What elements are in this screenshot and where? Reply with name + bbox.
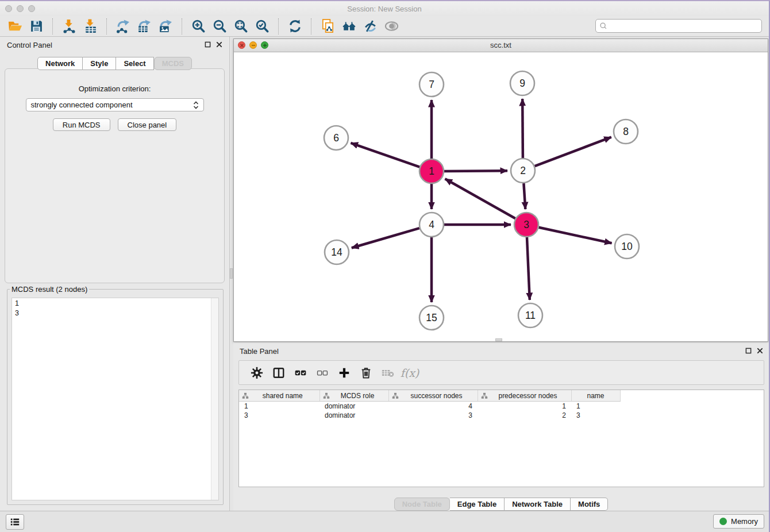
maximize-window-icon[interactable] bbox=[261, 41, 268, 49]
network-edge-3-10[interactable] bbox=[539, 228, 612, 244]
network-node-8[interactable]: 8 bbox=[614, 119, 638, 144]
export-network-button[interactable] bbox=[113, 17, 134, 35]
float-table-panel-icon[interactable] bbox=[745, 348, 752, 354]
network-resize-handle[interactable] bbox=[495, 338, 502, 341]
delete-columns-button[interactable] bbox=[355, 363, 377, 383]
delete-table-button[interactable] bbox=[377, 363, 399, 383]
select-all-rows-button[interactable] bbox=[290, 363, 311, 383]
close-panel-button[interactable]: Close panel bbox=[118, 118, 177, 131]
table-settings-button[interactable] bbox=[246, 363, 268, 383]
import-table-icon bbox=[83, 19, 98, 33]
graphics-details-button[interactable] bbox=[360, 17, 381, 35]
mcds-result-area[interactable]: 1 3 bbox=[11, 298, 219, 500]
column-header-shared-name[interactable]: shared name bbox=[239, 390, 319, 402]
float-panel-icon[interactable] bbox=[205, 41, 211, 48]
toggle-column-display-button[interactable] bbox=[268, 363, 290, 383]
column-header-predecessor-nodes[interactable]: predecessor nodes bbox=[478, 390, 571, 402]
network-node-7[interactable]: 7 bbox=[419, 72, 444, 97]
close-window-icon[interactable] bbox=[238, 41, 245, 49]
tab-edge-table[interactable]: Edge Table bbox=[450, 498, 505, 511]
tab-network[interactable]: Network bbox=[37, 57, 83, 70]
table-row[interactable]: 3dominator323 bbox=[239, 411, 764, 420]
first-neighbors-button[interactable] bbox=[338, 17, 360, 35]
import-network-button[interactable] bbox=[59, 17, 80, 35]
cell-successor-nodes[interactable]: 3 bbox=[388, 411, 478, 420]
network-canvas[interactable]: 7968124314101511 bbox=[234, 52, 768, 341]
network-edge-2-9[interactable] bbox=[522, 99, 523, 158]
zoom-in-button[interactable] bbox=[188, 17, 209, 35]
network-edge-3-1[interactable] bbox=[445, 179, 515, 218]
export-table-button[interactable] bbox=[134, 17, 155, 35]
tab-network-table[interactable]: Network Table bbox=[505, 498, 571, 511]
network-edge-4-14[interactable] bbox=[352, 228, 419, 248]
minimize-window-icon[interactable] bbox=[249, 41, 257, 49]
search-input[interactable] bbox=[610, 21, 758, 30]
tab-node-table[interactable]: Node Table bbox=[394, 498, 450, 511]
new-network-from-selection-button[interactable] bbox=[317, 17, 338, 35]
network-node-2[interactable]: 2 bbox=[511, 159, 535, 183]
network-node-14[interactable]: 14 bbox=[325, 240, 349, 264]
cell-successor-nodes[interactable]: 4 bbox=[388, 402, 478, 411]
cell-predecessor-nodes[interactable]: 2 bbox=[478, 411, 571, 420]
mcds-result-text: 1 3 bbox=[12, 298, 211, 500]
run-mcds-button[interactable]: Run MCDS bbox=[53, 118, 110, 131]
column-header-successor-nodes[interactable]: successor nodes bbox=[388, 390, 478, 402]
tab-mcds[interactable]: MCDS bbox=[154, 57, 192, 70]
network-node-11[interactable]: 11 bbox=[518, 303, 542, 327]
network-node-1[interactable]: 1 bbox=[419, 159, 444, 183]
cell-mcds-role[interactable]: dominator bbox=[319, 402, 388, 411]
network-edge-2-3[interactable] bbox=[523, 183, 525, 209]
open-session-button[interactable] bbox=[5, 17, 26, 35]
zoom-selected-icon bbox=[255, 19, 270, 33]
zoom-selected-button[interactable] bbox=[252, 17, 273, 35]
result-scrollbar[interactable] bbox=[211, 298, 218, 500]
create-new-column-button[interactable] bbox=[333, 363, 355, 383]
cell-shared-name[interactable]: 1 bbox=[239, 402, 319, 411]
search-box[interactable] bbox=[595, 19, 762, 33]
zoom-fit-button[interactable] bbox=[230, 17, 252, 35]
tab-style[interactable]: Style bbox=[83, 57, 116, 70]
table-row[interactable]: 1dominator411 bbox=[239, 402, 764, 411]
network-node-15[interactable]: 15 bbox=[419, 306, 444, 330]
close-table-panel-icon[interactable] bbox=[757, 348, 763, 354]
save-session-button[interactable] bbox=[26, 17, 47, 35]
select-stepper-icon bbox=[193, 101, 199, 110]
network-edge-2-8[interactable] bbox=[535, 137, 611, 167]
birds-eye-view-button[interactable] bbox=[381, 17, 402, 35]
criterion-selected-value: strongly connected component bbox=[31, 101, 193, 109]
memory-button[interactable]: Memory bbox=[713, 514, 764, 529]
tab-motifs[interactable]: Motifs bbox=[571, 498, 608, 511]
function-builder-button[interactable]: f(x) bbox=[399, 363, 421, 383]
export-image-button[interactable] bbox=[155, 17, 176, 35]
network-edge-3-11[interactable] bbox=[527, 237, 530, 300]
cell-name[interactable]: 1 bbox=[571, 402, 620, 411]
deselect-all-rows-button[interactable] bbox=[311, 363, 333, 383]
cell-mcds-role[interactable]: dominator bbox=[319, 411, 388, 420]
cell-filler bbox=[620, 411, 764, 420]
task-list-button[interactable] bbox=[6, 514, 24, 530]
table-panel-titlebar: Table Panel bbox=[233, 343, 769, 359]
network-edge-1-6[interactable] bbox=[351, 143, 420, 167]
network-node-9[interactable]: 9 bbox=[510, 71, 534, 95]
column-header-name[interactable]: name bbox=[571, 390, 620, 402]
node-label: 10 bbox=[621, 241, 633, 252]
apply-preferred-layout-button[interactable] bbox=[284, 17, 306, 35]
tab-label: Edge Table bbox=[457, 500, 496, 508]
import-table-button[interactable] bbox=[80, 17, 101, 35]
cell-predecessor-nodes[interactable]: 1 bbox=[478, 402, 571, 411]
criterion-select[interactable]: strongly connected component bbox=[26, 98, 204, 111]
tab-select[interactable]: Select bbox=[116, 57, 153, 70]
network-node-3[interactable]: 3 bbox=[514, 213, 538, 237]
network-node-10[interactable]: 10 bbox=[615, 234, 639, 259]
cell-name[interactable]: 3 bbox=[571, 411, 620, 420]
network-node-4[interactable]: 4 bbox=[419, 213, 444, 237]
column-header-mcds-role[interactable]: MCDS role bbox=[319, 390, 388, 402]
close-panel-icon[interactable] bbox=[216, 41, 222, 48]
create-new-column-icon bbox=[338, 367, 351, 379]
mcds-panel: Optimization criterion: strongly connect… bbox=[5, 68, 225, 283]
zoom-out-button[interactable] bbox=[209, 17, 230, 35]
cell-shared-name[interactable]: 3 bbox=[239, 411, 319, 420]
splitter-handle[interactable] bbox=[230, 268, 233, 279]
network-node-6[interactable]: 6 bbox=[324, 126, 348, 150]
network-edge-1-2[interactable] bbox=[444, 171, 507, 171]
